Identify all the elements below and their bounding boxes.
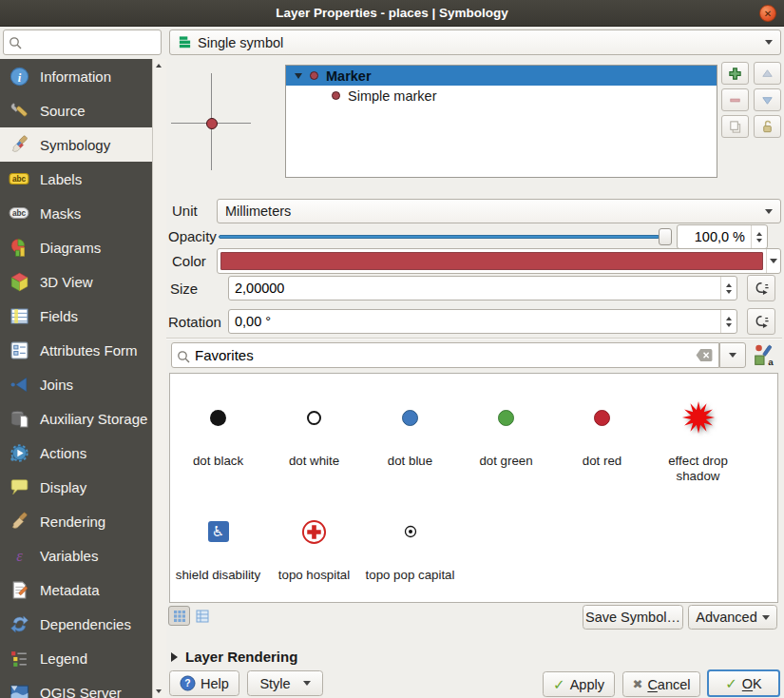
ok-button[interactable]: ✓ OK bbox=[707, 669, 780, 697]
opacity-slider[interactable] bbox=[219, 235, 660, 239]
sidebar-item-3d-view[interactable]: 3D View bbox=[0, 264, 152, 299]
symbol-item-shield-disability[interactable]: ♿ shield disability bbox=[170, 488, 266, 602]
sidebar-item-auxiliary-storage[interactable]: Auxiliary Storage bbox=[0, 401, 152, 436]
close-icon[interactable]: ✕ bbox=[759, 5, 776, 22]
rotation-input[interactable] bbox=[229, 314, 720, 329]
rotation-data-defined-override-button[interactable] bbox=[747, 308, 775, 335]
sidebar-item-diagrams[interactable]: Diagrams bbox=[0, 230, 152, 264]
data-defined-override-icon bbox=[754, 314, 770, 330]
minus-icon bbox=[728, 93, 742, 107]
sidebar-item-label: QGIS Server bbox=[40, 685, 122, 698]
spin-up-icon[interactable] bbox=[756, 232, 762, 236]
sidebar-search-box bbox=[3, 29, 162, 55]
size-input[interactable] bbox=[229, 281, 720, 296]
scroll-up-icon[interactable] bbox=[156, 64, 162, 68]
symbol-library-grid: dot black dot white dot blue dot green d… bbox=[169, 373, 778, 603]
dot-white-icon bbox=[307, 411, 321, 425]
search-input[interactable] bbox=[4, 30, 161, 54]
style-button[interactable]: Style bbox=[247, 670, 323, 696]
expand-arrow-icon[interactable] bbox=[295, 73, 302, 79]
list-view-button[interactable] bbox=[193, 607, 212, 625]
spin-down-icon[interactable] bbox=[726, 290, 732, 294]
symbol-filter-input[interactable] bbox=[172, 343, 694, 367]
sidebar-item-label: Fields bbox=[40, 308, 78, 324]
symbol-item-dot-green[interactable]: dot green bbox=[458, 374, 554, 488]
tree-row-simple-marker[interactable]: Simple marker bbox=[286, 86, 717, 106]
duplicate-symbol-layer-button[interactable] bbox=[721, 115, 749, 138]
symbol-label: dot blue bbox=[366, 454, 455, 469]
style-manager-button[interactable]: a bbox=[753, 343, 777, 368]
sidebar-item-information[interactable]: i Information bbox=[0, 59, 152, 93]
advanced-button[interactable]: Advanced bbox=[688, 605, 777, 630]
sidebar-item-legend[interactable]: Legend bbox=[0, 641, 152, 675]
cancel-button[interactable]: ✖ Cancel bbox=[622, 671, 700, 697]
color-swatch bbox=[220, 252, 763, 270]
symbol-item-dot-red[interactable]: dot red bbox=[554, 374, 650, 488]
symbol-item-dot-black[interactable]: dot black bbox=[170, 374, 266, 488]
opacity-input[interactable] bbox=[678, 229, 751, 244]
symbol-item-dot-blue[interactable]: dot blue bbox=[362, 374, 458, 488]
sidebar-item-dependencies[interactable]: Dependencies bbox=[0, 607, 152, 641]
color-button[interactable] bbox=[217, 248, 781, 274]
add-symbol-layer-button[interactable] bbox=[721, 62, 749, 85]
sidebar-item-labels[interactable]: abc Labels bbox=[0, 162, 152, 196]
apply-button[interactable]: ✓ Apply bbox=[543, 671, 615, 697]
scroll-down-icon[interactable] bbox=[156, 689, 162, 693]
sidebar-item-actions[interactable]: Actions bbox=[0, 436, 152, 470]
circled-dot-icon bbox=[404, 525, 417, 538]
filter-dropdown-button[interactable] bbox=[719, 342, 746, 368]
sidebar-item-label: Rendering bbox=[40, 514, 105, 530]
symbol-item-topo-pop-capital[interactable]: topo pop capital bbox=[362, 488, 458, 602]
lock-button[interactable] bbox=[754, 115, 781, 138]
spin-up-icon[interactable] bbox=[726, 317, 732, 320]
move-up-button[interactable] bbox=[754, 62, 781, 85]
sidebar-scrollbar[interactable] bbox=[152, 59, 166, 698]
down-arrow-icon bbox=[760, 93, 774, 107]
spin-arrows[interactable] bbox=[720, 277, 736, 300]
spin-arrows[interactable] bbox=[720, 310, 736, 333]
move-down-button[interactable] bbox=[754, 88, 781, 111]
sidebar-item-label: Joins bbox=[40, 377, 73, 393]
spin-down-icon[interactable] bbox=[726, 323, 732, 327]
spin-up-icon[interactable] bbox=[726, 283, 732, 287]
sidebar-item-rendering[interactable]: Rendering bbox=[0, 504, 152, 538]
symbol-item-effect-drop-shadow[interactable]: effect drop shadow bbox=[650, 374, 746, 488]
svg-text:?: ? bbox=[184, 678, 190, 688]
remove-symbol-layer-button[interactable] bbox=[721, 88, 749, 111]
disability-icon: ♿ bbox=[208, 521, 229, 542]
sidebar-item-source[interactable]: Source bbox=[0, 93, 152, 127]
symbology-icon bbox=[9, 134, 29, 155]
sidebar-item-masks[interactable]: abc Masks bbox=[0, 196, 152, 230]
opacity-slider-handle[interactable] bbox=[659, 228, 672, 245]
spin-arrows[interactable] bbox=[751, 225, 767, 248]
check-icon: ✓ bbox=[553, 676, 565, 693]
sidebar-item-qgis-server[interactable]: QGIS Server bbox=[0, 675, 152, 698]
symbol-item-topo-hospital[interactable]: topo hospital bbox=[266, 488, 362, 602]
icon-view-button[interactable] bbox=[168, 606, 190, 626]
save-symbol-button[interactable]: Save Symbol… bbox=[583, 605, 683, 630]
size-data-defined-override-button[interactable] bbox=[747, 275, 775, 301]
symbol-item-dot-white[interactable]: dot white bbox=[266, 374, 362, 488]
window-title: Layer Properties - places | Symbology bbox=[276, 6, 508, 20]
sidebar-item-display[interactable]: Display bbox=[0, 470, 152, 504]
sidebar-item-joins[interactable]: Joins bbox=[0, 367, 152, 401]
rotation-spinbox bbox=[228, 309, 737, 334]
sidebar: i Information Source Symbology abc Label… bbox=[0, 59, 152, 698]
sidebar-item-metadata[interactable]: Metadata bbox=[0, 572, 152, 607]
marker-dot-icon bbox=[332, 91, 340, 100]
sidebar-item-variables[interactable]: ε Variables bbox=[0, 538, 152, 572]
sidebar-item-fields[interactable]: Fields bbox=[0, 299, 152, 333]
sidebar-item-symbology[interactable]: Symbology bbox=[0, 127, 152, 162]
symbol-preview-marker bbox=[206, 118, 218, 129]
symbol-layer-tree: Marker Simple marker bbox=[285, 65, 717, 178]
help-button[interactable]: ? Help bbox=[169, 670, 239, 696]
display-icon bbox=[9, 476, 29, 497]
tree-row-marker[interactable]: Marker bbox=[286, 66, 717, 86]
sidebar-item-attributes-form[interactable]: Attributes Form bbox=[0, 333, 152, 367]
spin-down-icon[interactable] bbox=[756, 239, 762, 242]
renderer-combo[interactable]: Single symbol bbox=[169, 29, 781, 55]
color-dropdown[interactable] bbox=[766, 249, 780, 273]
clear-filter-icon[interactable] bbox=[694, 347, 715, 364]
layer-rendering-group[interactable]: Layer Rendering bbox=[171, 649, 297, 665]
unit-combo[interactable]: Millimeters bbox=[217, 199, 781, 223]
